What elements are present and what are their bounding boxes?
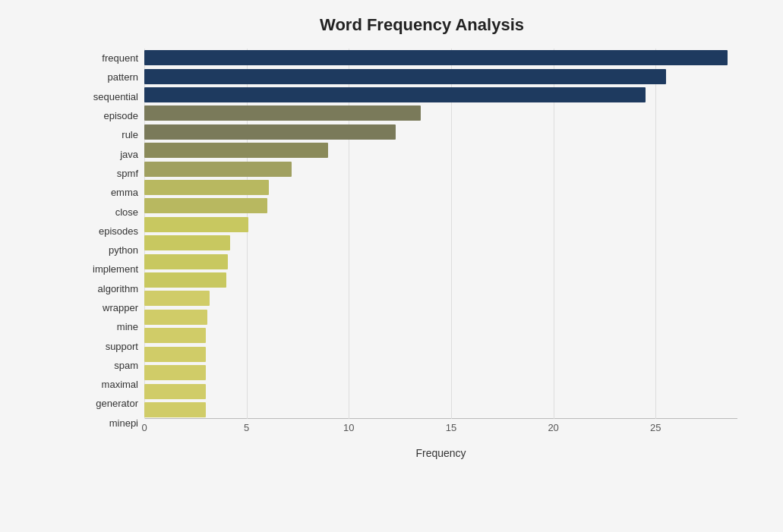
bar: [144, 105, 421, 121]
bar: [144, 310, 207, 325]
y-label: pattern: [76, 68, 144, 87]
bar-row: [144, 401, 737, 419]
bar-row: [144, 326, 737, 345]
bar: [144, 162, 292, 177]
bar: [144, 384, 206, 399]
y-label: wrapper: [76, 298, 144, 317]
bars-section: 0510152025: [144, 49, 737, 445]
bar: [144, 235, 230, 250]
bar-row: [144, 252, 737, 270]
y-label: maximal: [76, 375, 144, 394]
bar: [144, 254, 228, 269]
bar-row: [144, 234, 737, 252]
x-tick-label: 10: [343, 422, 354, 433]
bar-row: [144, 49, 737, 67]
y-label: minepi: [76, 414, 144, 433]
y-label: support: [76, 336, 144, 355]
x-axis-title: Frequency: [144, 447, 737, 459]
y-label: spam: [76, 356, 144, 375]
x-tick-label: 0: [141, 422, 147, 433]
bar: [144, 272, 226, 288]
bar: [144, 291, 210, 306]
plot-area: 0510152025 Frequency: [144, 49, 737, 459]
bar-row: [144, 382, 737, 400]
y-label: java: [76, 144, 144, 163]
y-label: close: [76, 202, 144, 221]
bar-row: [144, 67, 737, 85]
bar: [144, 217, 248, 232]
y-label: episode: [76, 106, 144, 125]
bar-row: [144, 197, 737, 215]
y-label: implement: [76, 260, 144, 279]
bar: [144, 198, 267, 213]
bar: [144, 180, 269, 195]
chart-container: Word Frequency Analysis frequentpatterns…: [0, 0, 783, 532]
bar-row: [144, 86, 737, 104]
bar-row: [144, 159, 737, 178]
x-tick-label: 25: [650, 422, 661, 433]
chart-area: frequentpatternsequentialepisoderulejava…: [76, 49, 737, 459]
bar: [144, 347, 206, 362]
y-labels: frequentpatternsequentialepisoderulejava…: [76, 49, 144, 459]
bar-row: [144, 364, 737, 382]
bar-row: [144, 141, 737, 159]
bar-row: [144, 104, 737, 122]
y-label: python: [76, 241, 144, 260]
x-axis-labels: 0510152025: [144, 419, 737, 445]
x-tick-label: 5: [244, 422, 249, 433]
bar: [144, 50, 728, 65]
y-label: emma: [76, 183, 144, 202]
bar: [144, 87, 646, 102]
y-label: algorithm: [76, 279, 144, 298]
y-label: generator: [76, 394, 144, 413]
x-tick-label: 15: [446, 422, 456, 433]
bar-row: [144, 289, 737, 307]
bar: [144, 402, 206, 417]
bar-row: [144, 123, 737, 141]
y-label: sequential: [76, 87, 144, 106]
y-label: mine: [76, 317, 144, 336]
bar-row: [144, 308, 737, 326]
bar: [144, 124, 396, 140]
y-label: spmf: [76, 164, 144, 183]
bar: [144, 365, 206, 380]
y-label: rule: [76, 125, 144, 144]
bar-row: [144, 345, 737, 364]
bar-row: [144, 178, 737, 197]
y-label: frequent: [76, 49, 144, 68]
chart-title: Word Frequency Analysis: [76, 15, 737, 35]
bar-row: [144, 216, 737, 234]
x-tick-label: 20: [548, 422, 558, 433]
bar: [144, 69, 666, 84]
bar: [144, 328, 206, 343]
bar-row: [144, 271, 737, 289]
bars-wrapper: [144, 49, 737, 419]
y-label: episodes: [76, 222, 144, 241]
bar: [144, 143, 328, 158]
